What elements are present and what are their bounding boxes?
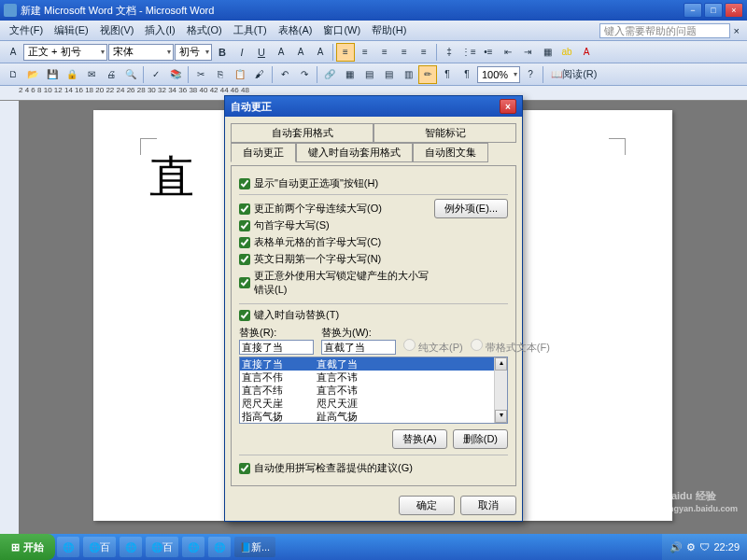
menu-tools[interactable]: 工具(T) (228, 21, 273, 39)
menu-insert[interactable]: 插入(I) (139, 21, 180, 39)
taskbar-item[interactable]: 🌐 百 (83, 537, 116, 557)
list-scrollbar[interactable]: ▴ ▾ (494, 357, 507, 423)
style-pane-icon[interactable]: A (4, 43, 22, 62)
system-tray[interactable]: 🔊 ⚙ 🛡 22:29 (662, 534, 747, 560)
drawing-toggle-button[interactable]: ✏ (418, 65, 437, 84)
chk-show-options[interactable] (239, 178, 250, 189)
indent-button[interactable]: ⇥ (518, 43, 537, 62)
chk-spell-suggest[interactable] (239, 463, 250, 474)
print-button[interactable]: 🖨 (102, 65, 120, 84)
chk-sentence-cap[interactable] (239, 220, 250, 231)
distribute-button[interactable]: ≡ (415, 43, 433, 62)
maximize-button[interactable]: □ (704, 3, 723, 18)
cut-button[interactable]: ✂ (191, 65, 210, 84)
redo-button[interactable]: ↷ (295, 65, 314, 84)
scroll-down-button[interactable]: ▾ (495, 410, 507, 423)
menu-help[interactable]: 帮助(H) (366, 21, 599, 39)
list-row[interactable]: 直言不纬直言不讳 (240, 384, 507, 397)
taskbar-item[interactable]: 🌐 百 (146, 537, 178, 557)
menu-edit[interactable]: 编辑(E) (49, 21, 94, 39)
replace-do-button[interactable]: 替换(A) (392, 429, 447, 449)
dialog-titlebar[interactable]: 自动更正 × (225, 96, 522, 117)
tab-smarttags[interactable]: 智能标记 (374, 123, 516, 143)
tab-autoformat[interactable]: 自动套用格式 (231, 123, 374, 143)
copy-button[interactable]: ⎘ (211, 65, 230, 84)
menu-table[interactable]: 表格(A) (273, 21, 318, 39)
mail-button[interactable]: ✉ (82, 65, 101, 84)
table-border-button[interactable]: ▦ (340, 65, 359, 84)
help-search-input[interactable]: 键入需要帮助的问题 (599, 23, 730, 38)
bold-button[interactable]: B (213, 43, 232, 62)
start-button[interactable]: ⊞开始 (0, 534, 55, 560)
taskbar-item-active[interactable]: 📘 新... (234, 537, 275, 557)
preview-button[interactable]: 🔍 (121, 65, 140, 84)
show-marks-button[interactable]: ¶ (458, 65, 476, 84)
autocorrect-list[interactable]: 直接了当直截了当直言不伟直言不讳直言不纬直言不讳咫尺天崖咫尺天涯指高气扬趾高气扬… (239, 357, 508, 424)
scroll-up-button[interactable]: ▴ (495, 357, 507, 371)
list-row[interactable]: 指高气扬趾高气扬 (240, 410, 507, 423)
tray-icon[interactable]: ⚙ (686, 541, 696, 553)
char-border-button[interactable]: A (272, 43, 290, 62)
tray-icon[interactable]: 🔊 (669, 541, 683, 553)
align-left-button[interactable]: ≡ (336, 43, 355, 62)
taskbar-item[interactable]: 🌐 (57, 537, 79, 557)
numbering-button[interactable]: ⋮≡ (459, 43, 478, 62)
with-input[interactable] (321, 340, 396, 355)
help-button[interactable]: ? (521, 65, 540, 84)
line-spacing-button[interactable]: ‡ (440, 43, 458, 62)
excel-button[interactable]: ▤ (379, 65, 398, 84)
taskbar-item[interactable]: 🌐 (208, 537, 231, 557)
tab-autoformat-typing[interactable]: 键入时自动套用格式 (296, 143, 413, 162)
list-row[interactable]: 咫尺天崖咫尺天涯 (240, 397, 507, 410)
highlight-button[interactable]: ab (557, 43, 576, 62)
open-button[interactable]: 📂 (23, 65, 42, 84)
list-row[interactable]: 直接了当直截了当 (240, 357, 507, 371)
delete-button[interactable]: 删除(D) (453, 429, 508, 449)
underline-button[interactable]: U (252, 43, 271, 62)
list-row[interactable]: 直言不伟直言不讳 (240, 371, 507, 384)
docmap-button[interactable]: ¶ (438, 65, 457, 84)
bullets-button[interactable]: •≡ (479, 43, 498, 62)
chk-two-caps[interactable] (239, 203, 250, 215)
outdent-button[interactable]: ⇤ (499, 43, 517, 62)
taskbar-item[interactable]: 🌐 (120, 537, 142, 557)
research-button[interactable]: 📚 (166, 65, 185, 84)
hyperlink-button[interactable]: 🔗 (320, 65, 339, 84)
style-combo[interactable]: 正文 + 初号 (23, 44, 107, 61)
format-painter-button[interactable]: 🖌 (250, 65, 269, 84)
align-right-button[interactable]: ≡ (375, 43, 394, 62)
columns-button[interactable]: ▥ (399, 65, 417, 84)
chk-days-cap[interactable] (239, 254, 250, 265)
taskbar-item[interactable]: 🌐 (182, 537, 204, 557)
spell-button[interactable]: ✓ (147, 65, 165, 84)
tab-autotext[interactable]: 自动图文集 (413, 143, 488, 162)
chk-capslock[interactable] (239, 277, 250, 288)
new-doc-button[interactable]: 🗋 (4, 65, 22, 84)
permissions-button[interactable]: 🔒 (63, 65, 81, 84)
vertical-ruler[interactable] (0, 101, 19, 545)
undo-button[interactable]: ↶ (275, 65, 294, 84)
font-color-button[interactable]: A (577, 43, 596, 62)
insert-table-button[interactable]: ▤ (359, 65, 378, 84)
menu-window[interactable]: 窗口(W) (317, 21, 366, 39)
close-button[interactable]: × (725, 3, 743, 18)
dialog-close-button[interactable]: × (500, 99, 516, 114)
minimize-button[interactable]: − (684, 3, 702, 18)
italic-button[interactable]: I (233, 43, 251, 62)
size-combo[interactable]: 初号 (175, 44, 212, 61)
exceptions-button[interactable]: 例外项(E)... (434, 199, 508, 218)
align-justify-button[interactable]: ≡ (395, 43, 414, 62)
replace-input[interactable] (239, 340, 314, 355)
char-shading-button[interactable]: A (291, 43, 310, 62)
ok-button[interactable]: 确定 (399, 496, 455, 515)
menu-format[interactable]: 格式(O) (181, 21, 228, 39)
save-button[interactable]: 💾 (43, 65, 62, 84)
paste-button[interactable]: 📋 (231, 65, 249, 84)
menu-view[interactable]: 视图(V) (94, 21, 140, 39)
align-center-button[interactable]: ≡ (356, 43, 374, 62)
font-grow-button[interactable]: A (311, 43, 330, 62)
zoom-combo[interactable]: 100% (477, 66, 520, 83)
reading-layout-button[interactable]: 📖 阅读(R) (546, 65, 601, 84)
border-button[interactable]: ▦ (538, 43, 557, 62)
tab-autocorrect[interactable]: 自动更正 (231, 143, 296, 162)
